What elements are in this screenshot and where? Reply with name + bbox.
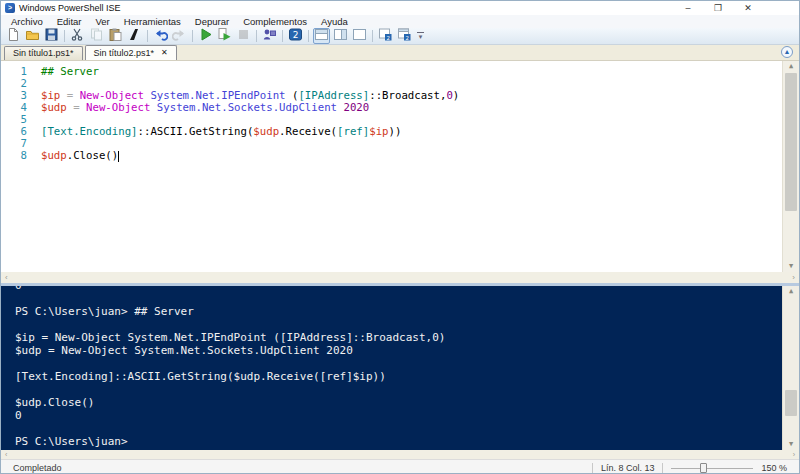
- code-line: $udp.Close(): [41, 150, 781, 162]
- redo-button: [171, 28, 188, 44]
- scroll-up-icon[interactable]: ▲: [783, 286, 799, 297]
- new-script-button[interactable]: [5, 28, 22, 44]
- code-token: $ip: [369, 125, 388, 138]
- scroll-right-icon[interactable]: ›: [792, 273, 795, 282]
- powershell-app-icon: >: [5, 3, 15, 13]
- title-bar: > Windows PowerShell ISE – ❐ ✕: [1, 1, 799, 15]
- script-tab-1[interactable]: Sin título1.ps1*: [4, 46, 83, 60]
- run-selection-button[interactable]: [216, 28, 233, 44]
- paste-icon: [108, 27, 123, 46]
- zoom-slider[interactable]: [671, 463, 753, 473]
- cut-icon: [70, 27, 85, 46]
- toolbar-separator: [192, 30, 193, 42]
- scroll-left-icon[interactable]: ‹: [5, 451, 7, 458]
- code-token: .Close(): [67, 149, 118, 162]
- code-token: ): [453, 89, 459, 102]
- scroll-down-icon[interactable]: ▼: [783, 439, 799, 450]
- toolbar: 222▾: [1, 28, 799, 45]
- console-line: [15, 292, 779, 305]
- toolbar-overflow-icon[interactable]: ▾: [417, 32, 424, 40]
- code-token: System.Net.Sockets.UdpClient: [157, 101, 337, 114]
- new-script-icon: [6, 27, 21, 46]
- open-script-icon: [25, 27, 40, 46]
- svg-text:2: 2: [293, 30, 299, 40]
- code-token: 2020: [343, 101, 369, 114]
- show-script-pane-maximized-button[interactable]: [351, 28, 368, 44]
- divider: [662, 463, 663, 473]
- show-script-pane-maximized-icon: [352, 27, 367, 46]
- divider: [592, 463, 593, 473]
- minimize-button[interactable]: –: [673, 3, 703, 13]
- console-horizontal-scrollbar[interactable]: ‹ ›: [1, 450, 799, 459]
- console-line: 0: [15, 409, 779, 422]
- paste-button[interactable]: [107, 28, 124, 44]
- console-line: [15, 318, 779, 331]
- console-line: $udp = New-Object System.Net.Sockets.Udp…: [15, 344, 779, 357]
- scroll-right-icon[interactable]: ›: [793, 451, 795, 458]
- start-powershell-button[interactable]: 2: [287, 28, 304, 44]
- save-script-button[interactable]: [43, 28, 60, 44]
- line-number-gutter: 12345678: [1, 66, 27, 162]
- console-pane[interactable]: 0 PS C:\Users\juan> ## Server $ip = New-…: [1, 286, 799, 450]
- script-tab-strip: Sin título1.ps1*Sin título2.ps1*✕▲: [1, 45, 799, 61]
- scroll-left-icon[interactable]: ‹: [5, 273, 8, 282]
- scroll-down-icon[interactable]: ▼: [783, 261, 799, 272]
- cursor-position: Lín. 8 Col. 13: [601, 463, 655, 473]
- code-line: [41, 138, 781, 150]
- console-line: [15, 383, 779, 396]
- undo-button[interactable]: [152, 28, 169, 44]
- editor-horizontal-scrollbar[interactable]: ‹ ›: [1, 272, 799, 283]
- clear-console-pane-icon: [127, 27, 142, 46]
- window-controls: – ❐ ✕: [673, 3, 799, 13]
- tab-close-icon[interactable]: ✕: [161, 49, 168, 57]
- show-script-pane-top-button[interactable]: [313, 28, 330, 44]
- close-button[interactable]: ✕: [733, 3, 763, 13]
- show-script-pane-top-icon: [314, 27, 329, 46]
- code-token: $udp: [253, 125, 279, 138]
- new-remote-powershell-tab-icon: [262, 27, 277, 46]
- run-script-button[interactable]: [197, 28, 214, 44]
- show-script-pane-right-button[interactable]: [332, 28, 349, 44]
- show-command-window-button[interactable]: 2: [377, 28, 394, 44]
- editor-vertical-scrollbar[interactable]: ▲ ▼: [782, 61, 799, 272]
- copy-button: [88, 28, 105, 44]
- console-vertical-scrollbar[interactable]: ▲ ▼: [782, 286, 799, 450]
- clear-console-pane-button[interactable]: [126, 28, 143, 44]
- text-caret: [118, 151, 119, 162]
- code-token: .Receive(: [279, 125, 337, 138]
- zoom-slider-track[interactable]: [671, 468, 753, 469]
- console-line: $ip = New-Object System.Net.IPEndPoint (…: [15, 331, 779, 344]
- script-editor[interactable]: 12345678 ## Server $ip = New-Object Syst…: [1, 61, 799, 272]
- tab-label: Sin título2.ps1*: [94, 48, 155, 58]
- toolbar-separator: [256, 30, 257, 42]
- svg-text:2: 2: [386, 34, 390, 40]
- copy-icon: [89, 27, 104, 46]
- cut-button[interactable]: [69, 28, 86, 44]
- script-code[interactable]: ## Server $ip = New-Object System.Net.IP…: [41, 66, 781, 162]
- open-script-button[interactable]: [24, 28, 41, 44]
- script-tab-2[interactable]: Sin título2.ps1*✕: [85, 45, 177, 60]
- collapse-script-pane-button[interactable]: ▲: [781, 46, 793, 58]
- window-title: Windows PowerShell ISE: [19, 3, 121, 13]
- code-token: ::Broadcast,: [369, 89, 446, 102]
- zoom-slider-thumb[interactable]: [700, 463, 707, 473]
- console-line: [15, 357, 779, 370]
- restore-button[interactable]: ❐: [703, 3, 733, 13]
- new-powershell-tab-button[interactable]: 2: [396, 28, 413, 44]
- show-script-pane-right-icon: [333, 27, 348, 46]
- redo-icon: [172, 27, 187, 46]
- toolbar-separator: [372, 30, 373, 42]
- toolbar-separator: [147, 30, 148, 42]
- scroll-up-icon[interactable]: ▲: [783, 61, 799, 72]
- console-line: $udp.Close(): [15, 396, 779, 409]
- console-scroll-thumb[interactable]: [785, 390, 797, 416]
- code-token: [ref]: [337, 125, 369, 138]
- status-text: Completado: [1, 463, 62, 473]
- editor-scroll-thumb[interactable]: [785, 73, 797, 211]
- code-token: ## Server: [41, 65, 99, 78]
- console-output: 0 PS C:\Users\juan> ## Server $ip = New-…: [1, 286, 799, 448]
- console-line: PS C:\Users\juan> ## Server: [15, 305, 779, 318]
- zoom-level: 150 %: [761, 463, 787, 473]
- console-line: PS C:\Users\juan>: [15, 435, 779, 448]
- new-remote-powershell-tab-button[interactable]: [261, 28, 278, 44]
